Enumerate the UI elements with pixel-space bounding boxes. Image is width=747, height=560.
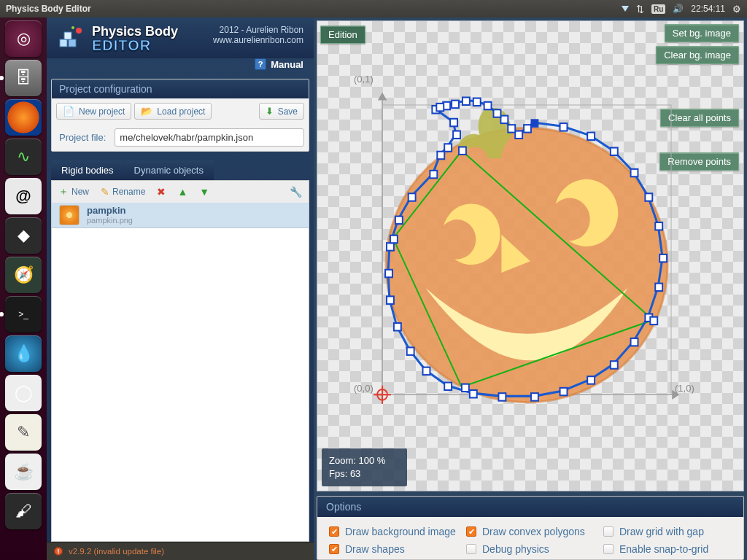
- options-title: Options: [317, 497, 743, 517]
- load-project-button[interactable]: 📂 Load project: [134, 103, 212, 120]
- launcher-terminal[interactable]: >_: [5, 296, 42, 332]
- bodies-toolbar: ＋New ✎Rename ✖ ▲ ▼ 🔧: [51, 180, 309, 203]
- unity-launcher: ◎ 🗄 ∿ @ ◆ 🧭 >_ 💧 ◯ ✎ ☕ 🖌: [0, 18, 47, 560]
- new-project-button[interactable]: 📄 New project: [56, 103, 131, 120]
- options-panel: Options Draw background image Draw conve…: [317, 496, 744, 560]
- settings-button[interactable]: 🔧: [285, 184, 306, 200]
- save-button[interactable]: ⬇ Save: [259, 103, 304, 120]
- svg-rect-21: [430, 171, 437, 178]
- checkbox-icon: [603, 544, 614, 554]
- svg-point-10: [386, 128, 667, 402]
- svg-rect-41: [655, 222, 662, 230]
- svg-rect-2: [64, 32, 71, 39]
- rename-body-label: Rename: [112, 187, 145, 197]
- move-down-button[interactable]: ▼: [195, 184, 214, 200]
- arrow-down-icon: ▼: [199, 186, 209, 198]
- svg-rect-28: [407, 347, 414, 354]
- launcher-java[interactable]: ☕: [5, 454, 42, 490]
- body-image-file: pampkin.png: [87, 216, 133, 225]
- svg-rect-35: [587, 376, 595, 384]
- keyboard-layout-badge[interactable]: Ru: [651, 4, 665, 14]
- launcher-gedit[interactable]: ✎: [5, 414, 42, 451]
- opt-draw-shapes[interactable]: Draw shapes: [329, 543, 457, 555]
- opt-snap-grid[interactable]: Enable snap-to-grid: [603, 543, 732, 555]
- save-icon: ⬇: [266, 106, 274, 117]
- main-area: Edition Set bg. image Clear bg. image Cl…: [314, 18, 747, 560]
- svg-rect-56: [452, 101, 459, 108]
- svg-rect-43: [631, 169, 638, 176]
- app-credits: 2012 - Aurelien Ribon www.aurelienribon.…: [213, 25, 303, 45]
- opt-draw-bg[interactable]: Draw background image: [329, 526, 457, 537]
- body-thumbnail-icon: [59, 205, 80, 225]
- svg-rect-53: [484, 102, 492, 109]
- opt-draw-grid[interactable]: Draw grid with gap: [603, 526, 732, 537]
- checkbox-icon: [329, 526, 339, 537]
- svg-rect-34: [560, 388, 568, 395]
- svg-rect-46: [560, 123, 568, 131]
- status-text: v2.9.2 (invalid update file): [69, 547, 164, 556]
- help-icon: ?: [255, 58, 266, 70]
- clock[interactable]: 22:54:11: [691, 4, 725, 14]
- svg-rect-36: [611, 361, 618, 368]
- svg-rect-17: [450, 119, 457, 126]
- checkbox-icon: [329, 544, 339, 554]
- editor-canvas[interactable]: Edition Set bg. image Clear bg. image Cl…: [317, 20, 744, 491]
- app-title-bottom: EDITOR: [92, 38, 178, 52]
- new-body-button[interactable]: ＋New: [54, 183, 93, 201]
- svg-rect-29: [423, 368, 430, 375]
- rename-body-button[interactable]: ✎Rename: [96, 184, 150, 200]
- launcher-firefox[interactable]: [5, 99, 42, 136]
- tab-dynamic-objects[interactable]: Dynamic objects: [124, 160, 214, 180]
- svg-rect-18: [453, 131, 460, 139]
- sidebar: Physics Body EDITOR 2012 - Aurelien Ribo…: [47, 18, 314, 560]
- canvas-svg: [317, 21, 743, 491]
- body-tabs: Rigid bodies Dynamic objects: [51, 160, 309, 180]
- launcher-files[interactable]: 🗄: [5, 60, 42, 96]
- launcher-mypaint[interactable]: 🖌: [5, 493, 42, 529]
- project-file-input[interactable]: [115, 128, 304, 147]
- svg-rect-49: [515, 131, 522, 139]
- credit-year: 2012 - Aurelien Ribon: [213, 25, 303, 35]
- tab-rigid-bodies[interactable]: Rigid bodies: [51, 160, 124, 180]
- project-panel-title: Project configuration: [52, 79, 309, 98]
- launcher-dash[interactable]: ◎: [5, 20, 42, 57]
- network-icon[interactable]: ⇅: [636, 4, 644, 15]
- svg-rect-20: [437, 152, 444, 159]
- body-name: pampkin: [87, 206, 133, 216]
- launcher-inkscape[interactable]: ◆: [5, 217, 42, 254]
- svg-rect-44: [611, 148, 618, 155]
- svg-rect-47: [531, 120, 538, 127]
- delete-body-button[interactable]: ✖: [152, 184, 170, 200]
- bodies-list[interactable]: pampkin pampkin.png: [51, 203, 309, 542]
- svg-rect-0: [60, 39, 67, 47]
- arrow-up-icon: ▲: [177, 186, 187, 198]
- svg-rect-30: [444, 383, 452, 390]
- launcher-android-studio[interactable]: 🧭: [5, 257, 42, 293]
- checkbox-icon: [466, 526, 476, 537]
- move-up-button[interactable]: ▲: [173, 184, 192, 200]
- svg-rect-27: [394, 323, 401, 330]
- svg-rect-39: [655, 284, 662, 291]
- svg-rect-60: [462, 384, 469, 392]
- launcher-deluge[interactable]: 💧: [5, 335, 42, 372]
- list-item[interactable]: pampkin pampkin.png: [52, 203, 309, 228]
- opt-debug-physics[interactable]: Debug physics: [466, 543, 595, 555]
- opt-draw-convex[interactable]: Draw convex polygons: [466, 526, 595, 537]
- gear-icon[interactable]: ⚙: [732, 4, 741, 15]
- svg-rect-55: [462, 98, 470, 105]
- delete-icon: ✖: [157, 186, 166, 198]
- credit-url: www.aurelienribon.com: [213, 35, 303, 45]
- svg-rect-54: [473, 98, 481, 106]
- app-logo-icon: [57, 25, 86, 54]
- status-bar: ! v2.9.2 (invalid update file): [47, 542, 314, 560]
- svg-rect-62: [390, 236, 398, 243]
- manual-link[interactable]: Manual: [271, 59, 303, 70]
- pumpkin-image: [386, 108, 667, 402]
- open-folder-icon: 📂: [141, 106, 152, 117]
- svg-rect-19: [444, 144, 452, 151]
- launcher-system-monitor[interactable]: ∿: [5, 139, 42, 175]
- launcher-atril[interactable]: @: [5, 178, 42, 214]
- volume-icon[interactable]: 🔊: [673, 4, 684, 14]
- launcher-chromium[interactable]: ◯: [5, 375, 42, 411]
- svg-marker-8: [379, 93, 386, 99]
